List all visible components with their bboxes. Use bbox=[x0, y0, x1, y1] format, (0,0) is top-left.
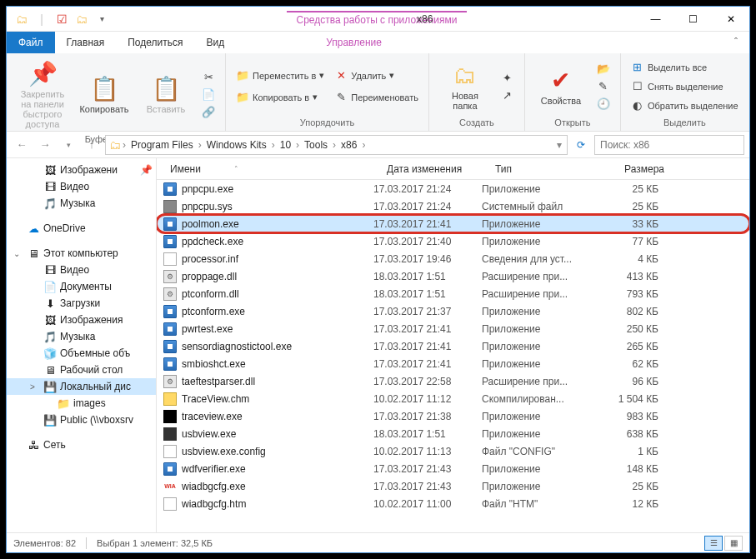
breadcrumb-item[interactable]: Windows Kits bbox=[203, 139, 270, 151]
nav-item[interactable]: ⬇Загрузки bbox=[7, 295, 156, 312]
breadcrumb[interactable]: 🗂 › Program Files›Windows Kits›10›Tools›… bbox=[105, 135, 568, 155]
nav-label: images bbox=[73, 397, 106, 409]
nav-item[interactable]: 🧊Объемные объ bbox=[7, 345, 156, 362]
file-row[interactable]: pnpcpu.exe17.03.2017 21:24Приложение25 К… bbox=[157, 180, 749, 197]
open-button[interactable]: 📂 bbox=[593, 61, 613, 77]
newfolder-button[interactable]: 🗂Новая папка bbox=[436, 57, 494, 116]
cut-button[interactable]: ✂ bbox=[198, 69, 218, 86]
selectall-button[interactable]: ⊞Выделить все bbox=[628, 59, 742, 76]
nav-item[interactable]: 📄Документы bbox=[7, 278, 156, 295]
copypath-button[interactable]: 📄 bbox=[198, 87, 218, 103]
delete-button[interactable]: ✕Удалить ▾ bbox=[331, 67, 422, 84]
nav-item[interactable]: ☁OneDrive bbox=[7, 220, 156, 237]
file-row[interactable]: wdfverifier.exe17.03.2017 21:43Приложени… bbox=[157, 460, 749, 477]
tab-home[interactable]: Главная bbox=[55, 32, 117, 53]
qat-check-icon[interactable]: ☑ bbox=[53, 11, 70, 27]
breadcrumb-item[interactable]: Tools bbox=[301, 139, 331, 151]
file-row[interactable]: pwrtest.exe17.03.2017 21:41Приложение250… bbox=[157, 320, 749, 337]
nav-item[interactable]: 🖧Сеть bbox=[7, 437, 156, 453]
nav-item[interactable]: ⌄🖥Этот компьютер bbox=[7, 245, 156, 262]
file-row[interactable]: proppage.dll18.03.2017 1:51Расширение пр… bbox=[157, 267, 749, 285]
tab-file[interactable]: Файл bbox=[7, 32, 55, 53]
file-name: sensordiagnostictool.exe bbox=[182, 341, 292, 352]
file-row[interactable]: wiadbgcfg.htm10.02.2017 11:00Файл "HTM"1… bbox=[157, 495, 749, 512]
chevron-right-icon[interactable]: › bbox=[270, 139, 277, 151]
back-button[interactable]: ← bbox=[12, 135, 32, 155]
chevron-right-icon[interactable]: › bbox=[197, 139, 203, 151]
moveto-button[interactable]: 📁Переместить в ▾ bbox=[233, 67, 328, 84]
column-type[interactable]: Тип bbox=[488, 163, 597, 175]
file-row[interactable]: wiadbgcfg.exe17.03.2017 21:43Приложение2… bbox=[157, 477, 749, 495]
qat-dropdown-icon[interactable]: ▾ bbox=[93, 11, 110, 27]
search-input[interactable] bbox=[594, 135, 744, 155]
file-row[interactable]: ptconform.dll18.03.2017 1:51Расширение п… bbox=[157, 285, 749, 302]
chevron-right-icon[interactable]: › bbox=[360, 139, 367, 151]
file-row[interactable]: pnpcpu.sys17.03.2017 21:24Системный файл… bbox=[157, 197, 749, 215]
file-list[interactable]: pnpcpu.exe17.03.2017 21:24Приложение25 К… bbox=[157, 180, 749, 532]
minimize-button[interactable]: — bbox=[637, 7, 674, 32]
pasteshortcut-button[interactable]: 🔗 bbox=[198, 104, 218, 121]
file-name: wiadbgcfg.htm bbox=[182, 498, 246, 510]
nav-item[interactable]: 🖼Изображени📌 bbox=[7, 162, 156, 178]
properties-button[interactable]: ✔Свойства bbox=[532, 57, 590, 116]
view-details-button[interactable]: ☰ bbox=[704, 536, 723, 551]
edit-button[interactable]: ✎ bbox=[593, 78, 613, 95]
column-date[interactable]: Дата изменения bbox=[380, 163, 488, 175]
newitem-button[interactable]: ✦ bbox=[498, 69, 518, 86]
view-icons-button[interactable]: ▦ bbox=[724, 536, 743, 551]
rename-button[interactable]: ✎Переименовать bbox=[331, 89, 422, 106]
nav-item[interactable]: 🖼Изображения bbox=[7, 312, 156, 328]
tab-share[interactable]: Поделиться bbox=[116, 32, 194, 53]
column-size[interactable]: Размера bbox=[597, 163, 672, 175]
easyaccess-button[interactable]: ↗ bbox=[498, 87, 518, 103]
nav-item[interactable]: 🎞Видео bbox=[7, 262, 156, 278]
nav-item[interactable]: 🎞Видео bbox=[7, 178, 156, 195]
copyto-button[interactable]: 📁Копировать в ▾ bbox=[233, 89, 328, 106]
qat-folder-icon[interactable]: 🗂 bbox=[73, 11, 90, 27]
up-button[interactable]: ↑ bbox=[82, 135, 102, 155]
tab-manage[interactable]: Управление bbox=[314, 32, 393, 53]
chevron-right-icon[interactable]: › bbox=[294, 139, 301, 151]
chevron-right-icon[interactable]: › bbox=[121, 139, 128, 151]
nav-item[interactable]: >💾Локальный дис bbox=[7, 378, 156, 395]
navigation-pane[interactable]: 🖼Изображени📌🎞Видео🎵Музыка☁OneDrive⌄🖥Этот… bbox=[7, 158, 157, 532]
refresh-button[interactable]: ⟳ bbox=[571, 135, 591, 155]
nav-item[interactable]: 🖥Рабочий стол bbox=[7, 362, 156, 378]
file-row[interactable]: taeftestparser.dll17.03.2017 22:58Расшир… bbox=[157, 372, 749, 390]
breadcrumb-item[interactable]: 10 bbox=[277, 139, 294, 151]
file-row[interactable]: TraceView.chm10.02.2017 11:12Скомпилиров… bbox=[157, 390, 749, 407]
file-row[interactable]: usbview.exe.config10.02.2017 11:13Файл "… bbox=[157, 442, 749, 460]
history-button[interactable]: 🕘 bbox=[593, 96, 613, 112]
file-row[interactable]: usbview.exe18.03.2017 1:51Приложение638 … bbox=[157, 425, 749, 442]
recent-dropdown[interactable]: ▾ bbox=[58, 135, 78, 155]
chevron-right-icon[interactable]: › bbox=[331, 139, 338, 151]
invertselect-button[interactable]: ◐Обратить выделение bbox=[628, 97, 742, 114]
file-row[interactable]: ptconform.exe17.03.2017 21:37Приложение8… bbox=[157, 302, 749, 320]
forward-button[interactable]: → bbox=[35, 135, 55, 155]
file-size: 96 КБ bbox=[590, 376, 665, 387]
file-row[interactable]: sensordiagnostictool.exe17.03.2017 21:41… bbox=[157, 337, 749, 355]
close-button[interactable]: ✕ bbox=[712, 7, 749, 32]
expand-icon[interactable]: > bbox=[30, 382, 40, 392]
nav-item[interactable]: 📁images bbox=[7, 395, 156, 412]
file-row[interactable]: smbioshct.exe17.03.2017 21:41Приложение6… bbox=[157, 355, 749, 372]
maximize-button[interactable]: ☐ bbox=[674, 7, 712, 32]
breadcrumb-item[interactable]: Program Files bbox=[128, 139, 197, 151]
copy-button[interactable]: 📋Копировать bbox=[75, 57, 133, 132]
expand-icon[interactable]: ⌄ bbox=[13, 249, 23, 258]
ribbon-collapse-icon[interactable]: ˆ bbox=[723, 32, 749, 53]
file-row[interactable]: traceview.exe17.03.2017 21:38Приложение9… bbox=[157, 407, 749, 425]
column-name[interactable]: Имени˄ bbox=[163, 163, 380, 175]
file-row[interactable]: processor.inf17.03.2017 19:46Сведения дл… bbox=[157, 250, 749, 267]
file-row[interactable]: poolmon.exe17.03.2017 21:41Приложение33 … bbox=[157, 215, 749, 232]
tab-view[interactable]: Вид bbox=[194, 32, 236, 53]
selectnone-button[interactable]: ☐Снять выделение bbox=[628, 78, 742, 95]
paste-button[interactable]: 📋Вставить bbox=[137, 57, 195, 132]
nav-item[interactable]: 🎵Музыка bbox=[7, 328, 156, 345]
file-row[interactable]: ppdcheck.exe17.03.2017 21:40Приложение77… bbox=[157, 232, 749, 250]
breadcrumb-item[interactable]: x86 bbox=[338, 139, 360, 151]
nav-item[interactable]: 💾Public (\\vboxsrv bbox=[7, 412, 156, 428]
nav-item[interactable]: 🎵Музыка bbox=[7, 195, 156, 212]
breadcrumb-dropdown-icon[interactable]: ▾ bbox=[555, 139, 563, 151]
pin-button[interactable]: 📌Закрепить на панели быстрого доступа bbox=[13, 57, 72, 132]
